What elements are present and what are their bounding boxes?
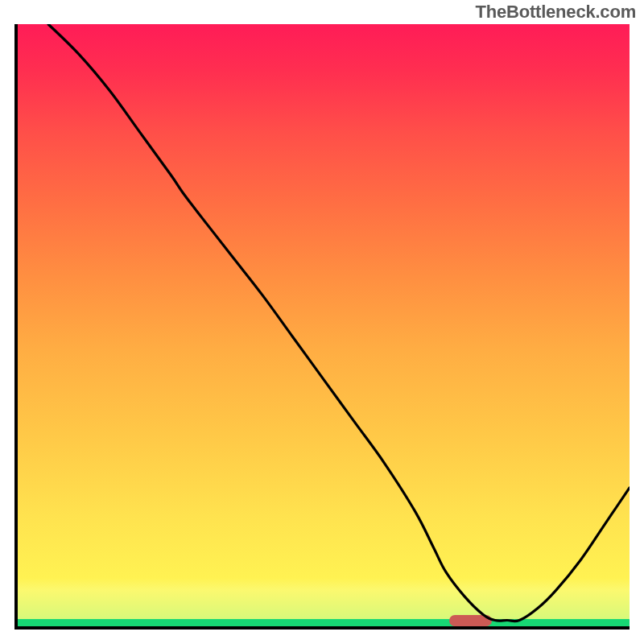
optimum-marker	[449, 615, 492, 626]
chart-background-gradient	[18, 24, 630, 626]
watermark-text: TheBottleneck.com	[475, 2, 636, 23]
chart-frame	[14, 24, 630, 630]
